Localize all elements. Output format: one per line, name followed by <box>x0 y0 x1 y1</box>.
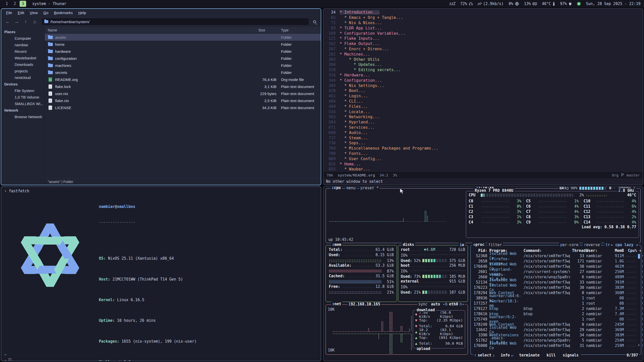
workspace-button[interactable]: 3 <box>20 1 26 7</box>
file-row[interactable]: flake.nix 2,5 KiB Plain text document <box>45 97 321 104</box>
menu-item[interactable]: File <box>4 10 14 16</box>
file-row[interactable]: secrets Folder <box>45 69 321 76</box>
file-row[interactable]: assets Folder <box>45 34 321 41</box>
workspace-button[interactable]: 2 <box>12 1 18 7</box>
sidebar-item[interactable]: Recent <box>1 48 45 55</box>
mem-box-title[interactable]: 2mem <box>331 242 342 247</box>
line-number: 109 <box>324 31 336 36</box>
battery-module[interactable]: 97% <box>560 2 572 6</box>
line-number: 121 <box>324 36 336 41</box>
preset-button[interactable]: preset * <box>359 186 380 190</box>
git-branch-icon <box>621 173 624 177</box>
cpu-module[interactable]: 13% <box>524 2 537 6</box>
sidebar-item[interactable]: SMALLBOX Wi... <box>1 100 45 107</box>
git-branch: master <box>627 173 640 177</box>
proc-header-pid[interactable]: Pid: <box>473 248 487 253</box>
proc-cpu-graph <box>626 276 637 278</box>
reverse-button[interactable]: reverse <box>583 243 601 247</box>
search-button[interactable] <box>311 18 318 25</box>
proc-scrollbar-thumb[interactable] <box>638 254 640 259</box>
menu-item[interactable]: Bookmarks <box>52 10 75 16</box>
gpu-module[interactable]: 0% <box>509 2 519 6</box>
column-header-type[interactable]: Type <box>278 28 321 32</box>
net-box-title[interactable]: 3net <box>331 302 342 306</box>
org-heading: * Fonts... <box>344 151 368 156</box>
file-name: README.org <box>55 77 78 82</box>
network-module[interactable]: (2.9kb/s) <box>478 2 504 6</box>
net-auto-button[interactable]: auto <box>431 302 440 306</box>
up-button[interactable]: ↑ <box>22 18 29 25</box>
proc-header-mem[interactable]: MemB <box>608 248 624 253</box>
line-number: 809 <box>324 157 336 161</box>
btop-window: 1cpu menu preset * 22:19:44 BAT○ 98% 0.0… <box>323 186 643 361</box>
home-button[interactable]: ⌂ <box>31 18 38 25</box>
sidebar-item[interactable]: Downloads <box>1 61 45 68</box>
disk-used-bar <box>422 259 435 262</box>
file-row[interactable]: machines Folder <box>45 62 321 69</box>
net-sync-button[interactable]: sync <box>418 302 427 306</box>
cursor-position: 34:2 <box>380 173 388 177</box>
file-row[interactable]: user.nix 229 bytes Plain text document <box>45 90 321 97</box>
process-row[interactable]: 176000 Isolated Web Co /nix/store/sm8fmr… <box>473 343 639 348</box>
line-number: 65 <box>324 15 336 20</box>
sidebar-item[interactable]: nextcloud <box>1 74 45 81</box>
process-row[interactable]: 13642 Isolated Web Co /nix/store/sm8fmrf… <box>473 327 639 332</box>
menu-item[interactable]: Help <box>76 10 88 16</box>
process-row[interactable]: 175749 kworker/6:2-even 1 root 0B 0.0 <box>473 316 639 322</box>
back-button[interactable]: ← <box>4 18 11 25</box>
file-row[interactable]: hardware Folder <box>45 48 321 55</box>
file-row[interactable]: flake.lock 3,1 KiB Plain text document <box>45 83 321 90</box>
sidebar-item[interactable]: projects <box>1 68 45 74</box>
sidebar-item-label: nambiar <box>15 43 28 47</box>
sidebar-item[interactable]: File System <box>1 87 45 94</box>
sidebar-item[interactable]: Browse Network <box>1 113 45 120</box>
menu-button[interactable]: menu <box>345 186 356 190</box>
clock-module[interactable]: Sun, 28 Sep 2025 - 22:19 <box>586 2 640 6</box>
workspace-button[interactable]: 1 <box>4 1 10 7</box>
process-row[interactable]: 177257 kworker/10:1-mm_ 1 root 0B 0.0 <box>473 301 639 306</box>
menu-item[interactable]: Go <box>41 10 51 16</box>
file-row[interactable]: configuration Folder <box>45 55 321 62</box>
proc-footer-key[interactable]: ↑ select ↓ <box>474 353 495 357</box>
sidebar-item[interactable]: Computer <box>1 35 45 41</box>
process-row[interactable]: 179127 btop btop 2 nambiar 7.3M 0.0 <box>473 306 639 311</box>
file-row[interactable]: README.org 76,4 KiB Org-mode file <box>45 76 321 83</box>
sidebar-item[interactable]: 1,0 TB Volume <box>1 94 45 100</box>
net-next-iface-button[interactable]: n→ <box>460 302 464 306</box>
systemd-status-module[interactable] <box>577 2 581 6</box>
menu-item[interactable]: View <box>27 10 40 16</box>
proc-header-command[interactable]: Command: <box>524 248 570 253</box>
disks-box-title[interactable]: disks <box>402 242 415 247</box>
cpu-box-title[interactable]: 1cpu <box>331 186 342 190</box>
net-prev-iface-button[interactable]: ←b <box>443 302 448 306</box>
proc-footer-key[interactable]: terminate <box>518 353 541 357</box>
interval-decrease[interactable]: - <box>613 186 616 190</box>
proc-footer-key[interactable]: info ↵ <box>499 353 513 357</box>
sort-column-control[interactable]: ← cpu lazy → <box>610 243 639 247</box>
volume-module[interactable]: 72% <box>460 2 473 6</box>
proc-header-cpu[interactable]: Cpu% <box>626 248 637 253</box>
link-icon <box>478 2 481 6</box>
org-heading-line: 499 * Files... <box>324 104 643 109</box>
sidebar-item[interactable]: nambiar <box>1 41 45 48</box>
path-bar[interactable]: /home/nambiar/system/ <box>42 18 309 25</box>
temperature-module[interactable]: 46°C <box>542 2 555 6</box>
proc-header-user[interactable]: User: <box>586 248 606 253</box>
forward-button[interactable]: → <box>13 18 20 25</box>
sidebar-item[interactable]: Wastebasket <box>1 55 45 61</box>
per-core-button[interactable]: per-core <box>559 243 579 247</box>
proc-footer-key[interactable]: signals <box>561 353 580 357</box>
process-row[interactable]: 176223 Isolated Web Co /nix/store/sm8fmr… <box>473 285 639 290</box>
proc-header-threads[interactable]: Threads: <box>572 248 584 253</box>
filter-button[interactable]: filter <box>487 243 503 247</box>
proc-footer-key[interactable]: kill <box>545 353 557 357</box>
io-mode-button[interactable]: io <box>459 243 465 247</box>
proc-box-title[interactable]: 4proc <box>472 242 486 247</box>
column-header-size[interactable]: Size <box>256 28 278 32</box>
column-header-name[interactable]: Name <box>45 28 256 32</box>
file-row[interactable]: home Folder <box>45 41 321 48</box>
file-row[interactable]: LICENSE 34,3 KiB Plain text document <box>45 104 321 111</box>
net-graph-download <box>332 331 410 332</box>
idle-inhibitor[interactable]: zzZ <box>449 2 455 6</box>
menu-item[interactable]: Edit <box>15 10 26 16</box>
